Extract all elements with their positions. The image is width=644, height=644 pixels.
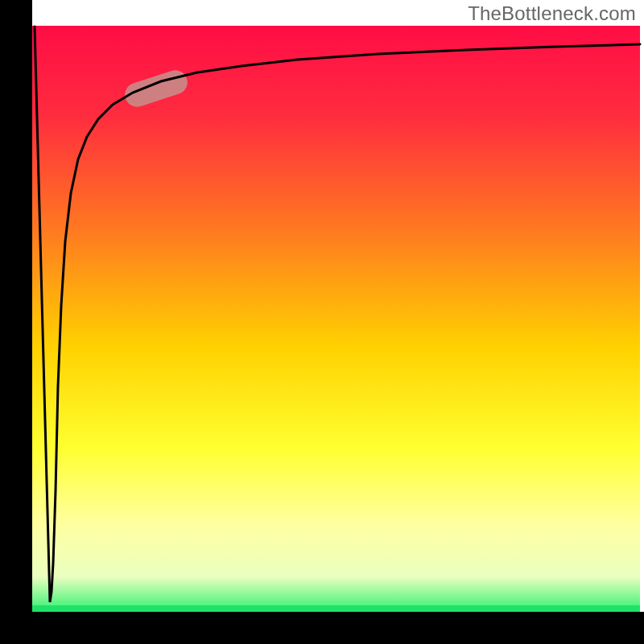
frame-bottom <box>0 612 644 644</box>
watermark-text: TheBottleneck.com <box>468 2 636 25</box>
plot-gradient-background <box>32 26 640 612</box>
plot-bottom-strip <box>32 605 640 612</box>
chart-stage: TheBottleneck.com <box>0 0 644 644</box>
chart-svg <box>0 0 644 644</box>
frame-left <box>0 0 32 644</box>
